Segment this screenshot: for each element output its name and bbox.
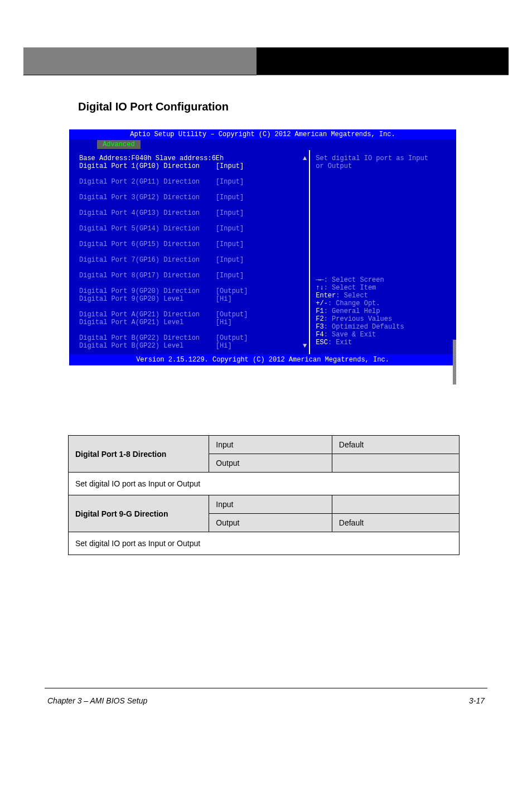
bios-option-value: [Input] bbox=[216, 256, 244, 264]
opt-desc-1: Set digital IO port as Input or Output bbox=[69, 473, 460, 495]
key-desc: : General Help bbox=[324, 307, 380, 315]
bios-window: Aptio Setup Utility – Copyright (C) 2012… bbox=[69, 129, 456, 365]
key-label: Enter bbox=[316, 292, 336, 300]
bios-body: ▲ Base Address:F040h Slave address:6Eh D… bbox=[69, 150, 456, 354]
key-desc: : Previous Values bbox=[324, 315, 392, 323]
spacer bbox=[79, 279, 304, 287]
bios-option-row[interactable]: Digital Port 9(GP20) Direction [Output] bbox=[79, 287, 304, 295]
scroll-up-icon: ▲ bbox=[303, 155, 307, 162]
header-left bbox=[23, 47, 257, 75]
bios-option-value: [Input] bbox=[216, 162, 244, 170]
bios-option-row[interactable]: Digital Port 3(GP12) Direction [Input] bbox=[79, 194, 304, 201]
bios-option-value: [Output] bbox=[216, 334, 248, 342]
help-text: or Output bbox=[316, 162, 452, 170]
bios-option-row[interactable]: Digital Port 2(GP11) Direction [Input] bbox=[79, 178, 304, 186]
key-label: F1 bbox=[316, 307, 323, 315]
opt-c1: Input bbox=[209, 436, 332, 454]
bios-option-label: Digital Port 1(GP10) Direction bbox=[79, 162, 216, 170]
bios-option-value: [Output] bbox=[216, 311, 248, 319]
help-text: Set digital IO port as Input bbox=[316, 155, 452, 162]
footer-divider bbox=[45, 688, 487, 688]
help-key-line: ↑↓: Select Item bbox=[316, 284, 452, 292]
bios-option-value: [Input] bbox=[216, 240, 244, 248]
bios-option-row[interactable]: Digital Port 5(GP14) Direction [Input] bbox=[79, 225, 304, 233]
bios-footer: Version 2.15.1229. Copyright (C) 2012 Am… bbox=[69, 354, 456, 365]
bios-option-row[interactable]: Digital Port 7(GP16) Direction [Input] bbox=[79, 256, 304, 264]
bios-option-value: [Input] bbox=[216, 209, 244, 217]
key-desc: : Select Item bbox=[324, 284, 376, 292]
bios-option-value: [Output] bbox=[216, 287, 248, 295]
bios-option-row[interactable]: Digital Port B(GP22) Direction [Output] bbox=[79, 334, 304, 342]
bios-tabs: Advanced bbox=[69, 139, 456, 150]
help-key-line: Enter: Select bbox=[316, 292, 452, 300]
table-row: Set digital IO port as Input or Output bbox=[69, 532, 460, 555]
bios-option-label: Digital Port A(GP21) Direction bbox=[79, 311, 216, 319]
spacer bbox=[79, 264, 304, 272]
bios-title: Aptio Setup Utility – Copyright (C) 2012… bbox=[69, 129, 456, 139]
spacer bbox=[79, 303, 304, 311]
opt-c4-2: Default bbox=[332, 514, 459, 532]
opt-c4 bbox=[332, 454, 459, 473]
spacer bbox=[79, 217, 304, 225]
page-header-bar bbox=[23, 47, 509, 75]
help-key-line: ESC: Exit bbox=[316, 339, 452, 346]
help-key-line: F3: Optimized Defaults bbox=[316, 323, 452, 331]
spacer bbox=[79, 233, 304, 240]
key-label: F4 bbox=[316, 331, 323, 339]
opt-c2-2 bbox=[332, 495, 459, 514]
spacer bbox=[79, 326, 304, 334]
table-row: Set digital IO port as Input or Output bbox=[69, 473, 460, 495]
scroll-down-icon: ▼ bbox=[303, 342, 307, 350]
key-desc: : Save & Exit bbox=[324, 331, 376, 339]
opt-c2: Default bbox=[332, 436, 459, 454]
bios-option-label: Digital Port 8(GP17) Direction bbox=[79, 272, 216, 279]
opt-c3-2: Output bbox=[209, 514, 332, 532]
bios-option-label: Digital Port 7(GP16) Direction bbox=[79, 256, 216, 264]
bios-option-label: Digital Port 2(GP11) Direction bbox=[79, 178, 216, 186]
spacer bbox=[79, 170, 304, 178]
key-label: ESC bbox=[316, 339, 328, 346]
key-desc: : Select bbox=[336, 292, 368, 300]
key-desc: : Optimized Defaults bbox=[324, 323, 404, 331]
bios-option-row[interactable]: Digital Port 1(GP10) Direction [Input] bbox=[79, 162, 304, 170]
bios-option-value: [Input] bbox=[216, 194, 244, 201]
bios-option-label: Digital Port B(GP22) Level bbox=[79, 342, 216, 350]
help-key-line: +/-: Change Opt. bbox=[316, 300, 452, 307]
key-label: F2 bbox=[316, 315, 323, 323]
help-key-line: →←: Select Screen bbox=[316, 276, 452, 284]
bios-option-row[interactable]: Digital Port 8(GP17) Direction [Input] bbox=[79, 272, 304, 279]
bios-header-line: Base Address:F040h Slave address:6Eh bbox=[79, 155, 304, 162]
key-label: ↑↓ bbox=[316, 284, 323, 292]
bios-option-row[interactable]: Digital Port A(GP21) Level [Hi] bbox=[79, 319, 304, 326]
bios-option-row[interactable]: Digital Port B(GP22) Level [Hi] bbox=[79, 342, 304, 350]
bios-option-label: Digital Port 4(GP13) Direction bbox=[79, 209, 216, 217]
spacer bbox=[79, 186, 304, 194]
key-desc: : Select Screen bbox=[324, 276, 384, 284]
help-key-line: F2: Previous Values bbox=[316, 315, 452, 323]
bios-option-value: [Hi] bbox=[216, 319, 232, 326]
bios-option-row[interactable]: Digital Port 4(GP13) Direction [Input] bbox=[79, 209, 304, 217]
bios-right-pane: Set digital IO port as Inputor Output →←… bbox=[309, 150, 456, 354]
bios-option-value: [Hi] bbox=[216, 295, 232, 303]
opt-c3: Output bbox=[209, 454, 332, 473]
key-label: +/- bbox=[316, 300, 328, 307]
key-desc: : Exit bbox=[328, 339, 352, 346]
bios-left-pane[interactable]: ▲ Base Address:F040h Slave address:6Eh D… bbox=[69, 150, 309, 354]
opt-label-2: Digital Port 9-G Direction bbox=[69, 495, 209, 532]
bios-option-label: Digital Port B(GP22) Direction bbox=[79, 334, 216, 342]
bios-option-label: Digital Port 6(GP15) Direction bbox=[79, 240, 216, 248]
footer-left-text: Chapter 3 – AMI BIOS Setup bbox=[47, 696, 147, 705]
opt-label-1: Digital Port 1-8 Direction bbox=[69, 436, 209, 473]
bios-tab-advanced[interactable]: Advanced bbox=[97, 140, 141, 149]
key-desc: : Change Opt. bbox=[328, 300, 380, 307]
bios-option-row[interactable]: Digital Port A(GP21) Direction [Output] bbox=[79, 311, 304, 319]
bios-option-value: [Input] bbox=[216, 225, 244, 233]
bios-option-label: Digital Port 9(GP20) Direction bbox=[79, 287, 216, 295]
bios-option-label: Digital Port 9(GP20) Level bbox=[79, 295, 216, 303]
key-label: F3 bbox=[316, 323, 323, 331]
bios-option-value: [Input] bbox=[216, 272, 244, 279]
bios-option-row[interactable]: Digital Port 6(GP15) Direction [Input] bbox=[79, 240, 304, 248]
header-right bbox=[257, 47, 509, 75]
table-row: Digital Port 1-8 Direction Input Default bbox=[69, 436, 460, 454]
bios-option-row[interactable]: Digital Port 9(GP20) Level [Hi] bbox=[79, 295, 304, 303]
